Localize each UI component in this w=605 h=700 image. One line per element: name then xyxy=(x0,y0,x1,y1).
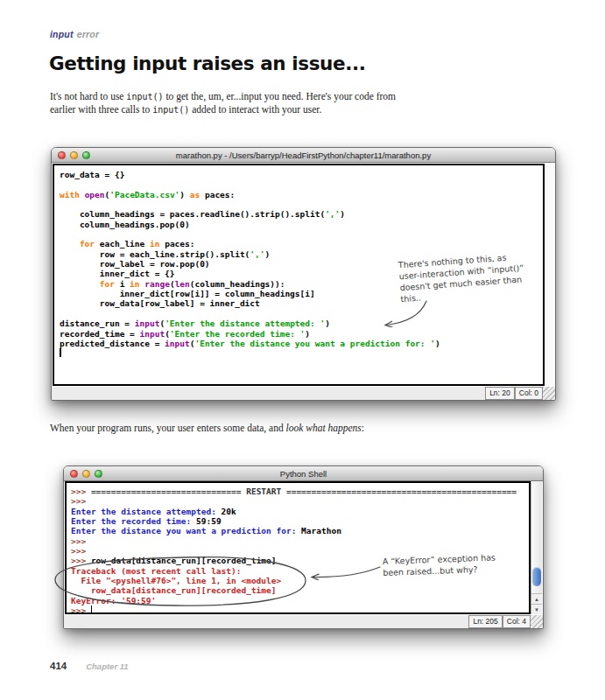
shell-window: Python Shell >>> =======================… xyxy=(63,466,544,629)
shell-titlebar[interactable]: Python Shell xyxy=(64,466,543,481)
editor-window-title: marathon.py - /Users/barryp/HeadFirstPyt… xyxy=(78,148,529,163)
editor-status-bar: Ln: 20 Col: 0 xyxy=(52,387,555,400)
editor-titlebar[interactable]: marathon.py - /Users/barryp/HeadFirstPyt… xyxy=(52,148,555,163)
mid-paragraph: When your program runs, your user enters… xyxy=(50,422,505,435)
shell-window-title: Python Shell xyxy=(90,466,517,481)
page-header: inputerror xyxy=(50,29,99,39)
scroll-up-icon[interactable]: ▲ xyxy=(531,593,542,604)
minimize-button[interactable] xyxy=(82,470,90,478)
close-button[interactable] xyxy=(58,151,66,159)
resize-grip[interactable] xyxy=(543,387,555,400)
page-header-secondary: error xyxy=(77,29,100,39)
shell-status-bar: Ln: 205 Col: 4 xyxy=(64,615,543,628)
shell-scrollbar[interactable]: ▲ ▼ xyxy=(531,481,542,614)
column-indicator: Col: 4 xyxy=(503,615,531,628)
line-indicator: Ln: 205 xyxy=(468,615,502,628)
resize-grip[interactable] xyxy=(531,615,543,628)
column-indicator: Col: 0 xyxy=(515,387,543,400)
page-footer: 414Chapter 11 xyxy=(50,657,129,673)
scrollbar-thumb[interactable] xyxy=(532,567,541,586)
page-title: Getting input raises an issue... xyxy=(49,52,365,74)
line-indicator: Ln: 20 xyxy=(485,387,515,400)
scroll-down-icon[interactable]: ▼ xyxy=(531,604,542,614)
page-header-primary: input xyxy=(50,29,74,39)
close-button[interactable] xyxy=(70,470,78,478)
footer-chapter: Chapter 11 xyxy=(86,662,128,671)
intro-paragraph: It's not hard to use input() to get the,… xyxy=(50,90,400,116)
shell-output-area[interactable]: >>> ============================== RESTA… xyxy=(65,481,531,614)
footer-page-number: 414 xyxy=(50,661,67,671)
minimize-button[interactable] xyxy=(70,151,78,159)
